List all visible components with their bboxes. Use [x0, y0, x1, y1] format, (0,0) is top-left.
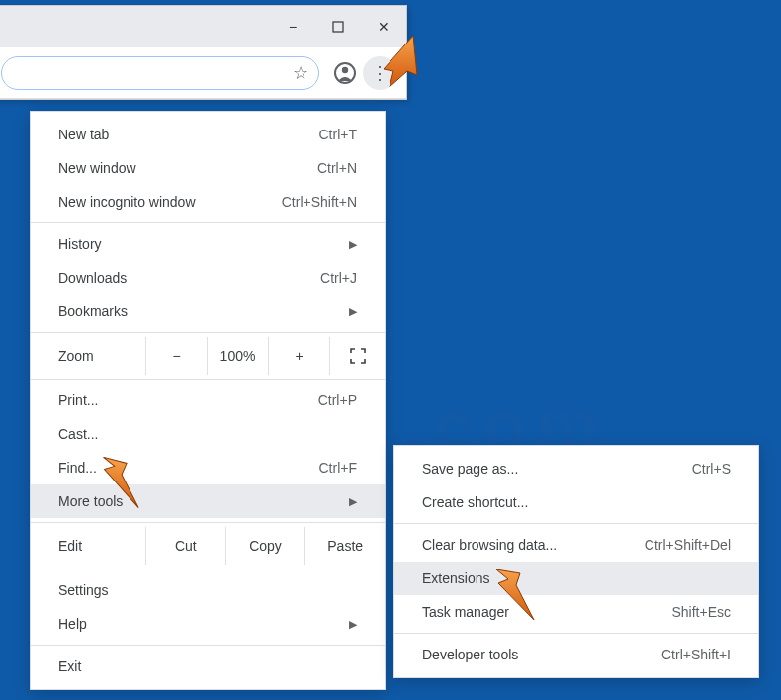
menu-cast[interactable]: Cast... [31, 417, 385, 451]
menu-bookmarks[interactable]: Bookmarks ▶ [31, 295, 385, 328]
zoom-value: 100% [207, 337, 268, 375]
menu-item-shortcut: Ctrl+Shift+N [282, 194, 357, 210]
submenu-arrow-icon: ▶ [349, 306, 357, 318]
menu-item-label: Task manager [422, 604, 671, 620]
submenu-extensions[interactable]: Extensions [394, 562, 758, 595]
submenu-arrow-icon: ▶ [349, 495, 357, 508]
edit-cut-button[interactable]: Cut [145, 527, 225, 565]
edit-label: Edit [58, 538, 145, 554]
bookmark-star-icon[interactable]: ☆ [293, 62, 308, 84]
menu-item-label: Clear browsing data... [422, 537, 645, 553]
submenu-clear-browsing-data[interactable]: Clear browsing data... Ctrl+Shift+Del [394, 528, 758, 562]
fullscreen-button[interactable] [329, 337, 385, 375]
menu-edit-row: Edit Cut Copy Paste [31, 527, 385, 565]
maximize-icon [332, 21, 344, 33]
menu-separator [394, 633, 758, 634]
edit-copy-button[interactable]: Copy [225, 527, 305, 565]
menu-separator [31, 522, 385, 523]
svg-point-2 [342, 66, 348, 72]
menu-item-label: New tab [58, 127, 319, 142]
submenu-save-page[interactable]: Save page as... Ctrl+S [394, 452, 758, 485]
menu-item-label: Downloads [58, 270, 320, 286]
menu-history[interactable]: History ▶ [31, 227, 385, 261]
browser-window: − ✕ ☆ ⋮ [0, 5, 407, 100]
menu-help[interactable]: Help ▶ [31, 607, 385, 641]
toolbar-row: ☆ ⋮ [0, 47, 406, 99]
menu-item-label: Print... [58, 393, 318, 408]
window-titlebar: − ✕ [0, 6, 406, 47]
menu-item-label: New window [58, 160, 317, 176]
menu-item-label: New incognito window [58, 194, 282, 210]
close-button[interactable]: ✕ [361, 6, 406, 47]
menu-more-tools[interactable]: More tools ▶ [31, 484, 385, 518]
menu-item-shortcut: Ctrl+Shift+I [661, 647, 731, 662]
menu-item-label: Exit [58, 658, 357, 674]
zoom-out-button[interactable]: − [145, 337, 207, 375]
menu-item-label: Find... [58, 460, 319, 476]
menu-exit[interactable]: Exit [31, 650, 385, 683]
menu-item-label: Create shortcut... [422, 494, 731, 510]
close-icon: ✕ [378, 19, 390, 35]
menu-item-label: Settings [58, 582, 357, 598]
edit-paste-button[interactable]: Paste [304, 527, 385, 565]
menu-separator [31, 645, 385, 646]
menu-item-label: Save page as... [422, 461, 692, 477]
menu-item-shortcut: Ctrl+Shift+Del [645, 537, 731, 553]
menu-separator [31, 332, 385, 333]
menu-new-tab[interactable]: New tab Ctrl+T [31, 118, 385, 151]
svg-rect-0 [333, 22, 343, 32]
more-tools-submenu: Save page as... Ctrl+S Create shortcut..… [393, 445, 759, 678]
menu-item-shortcut: Shift+Esc [671, 604, 731, 620]
menu-separator [394, 523, 758, 524]
menu-item-shortcut: Ctrl+N [317, 160, 357, 176]
zoom-label: Zoom [58, 348, 145, 364]
menu-item-label: Help [58, 616, 341, 632]
profile-icon [333, 61, 357, 85]
menu-item-shortcut: Ctrl+J [320, 270, 357, 286]
menu-separator [31, 379, 385, 380]
omnibox[interactable]: ☆ [1, 56, 319, 90]
menu-item-label: Developer tools [422, 647, 661, 662]
profile-button[interactable] [331, 59, 359, 87]
menu-zoom-row: Zoom − 100% + [31, 337, 385, 375]
menu-item-label: History [58, 236, 341, 252]
minimize-button[interactable]: − [270, 6, 315, 47]
menu-settings[interactable]: Settings [31, 573, 385, 607]
fullscreen-icon [350, 348, 366, 364]
menu-new-incognito[interactable]: New incognito window Ctrl+Shift+N [31, 185, 385, 219]
maximize-button[interactable] [315, 6, 361, 47]
chrome-main-menu: New tab Ctrl+T New window Ctrl+N New inc… [30, 111, 386, 690]
menu-item-label: More tools [58, 493, 341, 509]
menu-item-shortcut: Ctrl+P [318, 393, 357, 408]
menu-item-shortcut: Ctrl+T [319, 127, 358, 142]
submenu-arrow-icon: ▶ [349, 618, 357, 631]
menu-item-shortcut: Ctrl+S [692, 461, 731, 477]
menu-new-window[interactable]: New window Ctrl+N [31, 151, 385, 185]
submenu-create-shortcut[interactable]: Create shortcut... [394, 485, 758, 519]
menu-item-shortcut: Ctrl+F [319, 460, 358, 476]
kebab-icon: ⋮ [371, 62, 389, 84]
submenu-developer-tools[interactable]: Developer tools Ctrl+Shift+I [394, 638, 758, 671]
minimize-icon: − [289, 19, 297, 35]
chrome-menu-button[interactable]: ⋮ [363, 56, 396, 90]
menu-item-label: Cast... [58, 426, 357, 442]
submenu-task-manager[interactable]: Task manager Shift+Esc [394, 595, 758, 629]
menu-find[interactable]: Find... Ctrl+F [31, 451, 385, 484]
zoom-in-button[interactable]: + [268, 337, 329, 375]
menu-item-label: Bookmarks [58, 304, 341, 319]
submenu-arrow-icon: ▶ [349, 238, 357, 251]
menu-item-label: Extensions [422, 570, 731, 586]
menu-print[interactable]: Print... Ctrl+P [31, 384, 385, 417]
menu-separator [31, 569, 385, 569]
menu-downloads[interactable]: Downloads Ctrl+J [31, 261, 385, 295]
menu-separator [31, 222, 385, 223]
